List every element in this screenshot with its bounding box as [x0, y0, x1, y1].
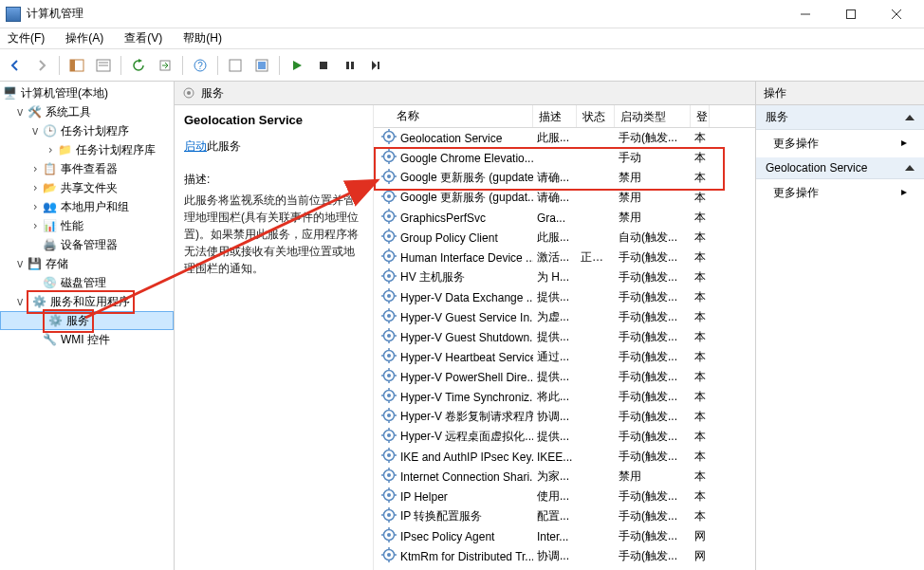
stop-button[interactable]: [312, 54, 335, 77]
service-acct: 本: [691, 289, 710, 305]
service-start: 手动(触发...: [615, 409, 691, 425]
service-desc: Inter...: [533, 530, 577, 543]
svg-point-76: [387, 314, 391, 318]
gear-icon: [378, 268, 397, 286]
gear-icon: [378, 348, 397, 366]
pause-button[interactable]: [339, 54, 361, 77]
svg-point-88: [387, 354, 391, 358]
properties-button[interactable]: [92, 54, 115, 77]
service-row[interactable]: HV 主机服务为 H...手动(触发...本: [374, 267, 755, 287]
service-row[interactable]: Hyper-V PowerShell Dire...提供...手动(触发...本: [374, 367, 755, 387]
menu-action[interactable]: 操作(A): [62, 28, 107, 48]
service-row[interactable]: GraphicsPerfSvcGra...禁用本: [374, 208, 755, 228]
service-row[interactable]: Human Interface Device ...激活...正在...手动(触…: [374, 248, 755, 267]
red-highlight-2: ⚙️服务: [43, 309, 94, 333]
tree-system-tools[interactable]: v🛠️系统工具: [0, 102, 174, 121]
tree-task-scheduler[interactable]: v🕒任务计划程序: [0, 121, 174, 140]
service-row[interactable]: Google 更新服务 (gupdate)请确...禁用本: [374, 168, 755, 188]
app-icon: [6, 7, 21, 22]
service-acct: 本: [691, 210, 710, 226]
refresh-button[interactable]: [127, 54, 150, 77]
service-row[interactable]: IP Helper使用...手动(触发...本: [374, 487, 755, 506]
tree-storage[interactable]: v💾存储: [0, 254, 174, 273]
service-row[interactable]: Google 更新服务 (gupdat...请确...禁用本: [374, 188, 755, 208]
service-acct: 本: [691, 429, 710, 445]
svg-point-94: [387, 374, 391, 377]
service-acct: 本: [691, 369, 710, 385]
users-icon: 👥: [42, 199, 57, 214]
col-start[interactable]: 启动类型: [615, 105, 691, 127]
service-row[interactable]: Group Policy Client此服...自动(触发...本: [374, 228, 755, 248]
service-name: Google Chrome Elevatio...: [400, 152, 533, 165]
tree-performance[interactable]: ›📊性能: [0, 216, 174, 235]
more-actions-2[interactable]: 更多操作▸: [756, 179, 924, 207]
menu-file[interactable]: 文件(F): [4, 28, 48, 48]
service-row[interactable]: IKE and AuthIP IPsec Key...IKEE...手动(触发.…: [374, 447, 755, 467]
service-acct: 本: [691, 170, 710, 186]
service-acct: 网: [691, 528, 710, 544]
menu-view[interactable]: 查看(V): [120, 28, 166, 48]
tree-local-users[interactable]: ›👥本地用户和组: [0, 197, 174, 216]
menu-help[interactable]: 帮助(H): [179, 28, 226, 48]
service-row[interactable]: Internet Connection Shari...为家...禁用本: [374, 467, 755, 487]
service-row[interactable]: Hyper-V Data Exchange ...提供...手动(触发...本: [374, 287, 755, 307]
close-button[interactable]: [875, 0, 918, 28]
service-row[interactable]: Geolocation Service此服...手动(触发...本: [374, 128, 755, 148]
back-button[interactable]: [4, 54, 27, 77]
tree-wmi[interactable]: 🔧WMI 控件: [0, 330, 174, 349]
show-hide-button[interactable]: [65, 54, 88, 77]
toolbar-btn-b[interactable]: [250, 54, 273, 77]
service-row[interactable]: Google Chrome Elevatio...手动本: [374, 148, 755, 168]
svg-point-112: [387, 433, 391, 437]
tree-services[interactable]: ⚙️服务: [0, 311, 174, 330]
restart-button[interactable]: [365, 54, 388, 77]
tree-task-scheduler-lib[interactable]: ›📁任务计划程序库: [0, 140, 174, 159]
tree-root[interactable]: 🖥️计算机管理(本地): [0, 83, 174, 102]
services-list[interactable]: 名称 描述 状态 启动类型 登 Geolocation Service此服...…: [374, 105, 755, 570]
tree-device-manager[interactable]: 🖨️设备管理器: [0, 235, 174, 254]
service-row[interactable]: Hyper-V 远程桌面虚拟化...提供...手动(触发...本: [374, 427, 755, 447]
service-row[interactable]: Hyper-V Time Synchroniz...将此...手动(触发...本: [374, 387, 755, 407]
play-button[interactable]: [286, 54, 308, 77]
start-service-link[interactable]: 启动: [184, 139, 207, 153]
service-name: IP 转换配置服务: [400, 508, 482, 524]
service-row[interactable]: IPsec Policy AgentInter...手动(触发...网: [374, 526, 755, 546]
service-name: KtmRm for Distributed Tr...: [400, 550, 533, 563]
gear-icon: [378, 229, 397, 247]
service-row[interactable]: IP 转换配置服务配置...手动(触发...本: [374, 506, 755, 526]
tree-event-viewer[interactable]: ›📋事件查看器: [0, 159, 174, 178]
help-button[interactable]: ?: [189, 54, 212, 77]
service-start: 手动(触发...: [615, 548, 691, 564]
tree-shared-folders[interactable]: ›📂共享文件夹: [0, 178, 174, 197]
more-actions-1[interactable]: 更多操作▸: [756, 130, 924, 157]
col-name[interactable]: 名称: [374, 105, 533, 127]
service-row[interactable]: Hyper-V 卷影复制请求程序协调...手动(触发...本: [374, 407, 755, 427]
service-row[interactable]: Hyper-V Heartbeat Service通过...手动(触发...本: [374, 347, 755, 367]
svg-point-64: [387, 274, 391, 278]
gear-icon: [378, 169, 397, 187]
service-row[interactable]: Hyper-V Guest Service In...为虚...手动(触发...…: [374, 307, 755, 327]
service-desc: 通过...: [533, 349, 577, 365]
col-status[interactable]: 状态: [577, 105, 615, 127]
service-row[interactable]: KtmRm for Distributed Tr...协调...手动(触发...…: [374, 546, 755, 566]
tree-pane[interactable]: 🖥️计算机管理(本地) v🛠️系统工具 v🕒任务计划程序 ›📁任务计划程序库 ›…: [0, 82, 175, 570]
gear-icon: [378, 149, 397, 167]
toolbar-btn-a[interactable]: [224, 54, 247, 77]
list-header[interactable]: 名称 描述 状态 启动类型 登: [374, 105, 755, 128]
gear-icon: [378, 408, 397, 426]
forward-button[interactable]: [30, 54, 53, 77]
export-button[interactable]: [154, 54, 176, 77]
svg-point-28: [387, 155, 391, 158]
service-acct: 本: [691, 150, 710, 166]
service-row[interactable]: Hyper-V Guest Shutdown...提供...手动(触发...本: [374, 327, 755, 347]
actions-section-services[interactable]: 服务: [756, 105, 924, 130]
col-acct[interactable]: 登: [691, 105, 710, 127]
clock-icon: 🕒: [42, 123, 57, 138]
col-desc[interactable]: 描述: [533, 105, 577, 127]
maximize-button[interactable]: [829, 0, 873, 28]
service-start: 手动(触发...: [615, 528, 691, 544]
actions-section-service[interactable]: Geolocation Service: [756, 157, 924, 179]
minimize-button[interactable]: [784, 0, 827, 28]
gear-icon: [378, 189, 397, 207]
gear-icon: [378, 468, 397, 486]
